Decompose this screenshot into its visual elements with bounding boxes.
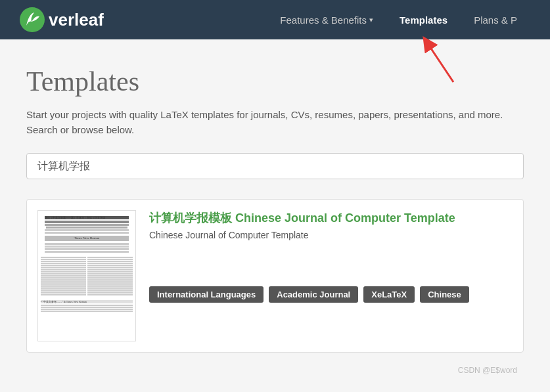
logo-text: verleaf <box>49 10 104 30</box>
nav-links: Features & Benefits ▾ Templates Plans & … <box>267 0 530 39</box>
template-subtitle: Chinese Journal of Computer Template <box>149 230 513 240</box>
tag-chinese[interactable]: Chinese <box>420 286 469 303</box>
page-title: Templates <box>26 66 524 97</box>
template-card: 题目（中英文标题一一题）字体为：宋体（正文字体 Times New Roman <box>26 199 524 353</box>
logo[interactable]: verleaf <box>20 7 104 32</box>
search-input[interactable] <box>26 153 524 179</box>
nav-plans[interactable]: Plans & P <box>461 0 530 39</box>
template-tags: International Languages Academic Journal… <box>149 286 513 303</box>
page-description: Start your projects with quality LaTeX t… <box>26 108 524 137</box>
template-thumbnail[interactable]: 题目（中英文标题一一题）字体为：宋体（正文字体 Times New Roman <box>37 210 136 341</box>
title-chinese: 计算机学报模板 <box>149 211 232 225</box>
tag-academic-journal[interactable]: Academic Journal <box>269 286 358 303</box>
dropdown-arrow-icon: ▾ <box>369 16 373 24</box>
nav-features[interactable]: Features & Benefits ▾ <box>267 0 386 39</box>
main-content: Templates Start your projects with quali… <box>0 39 550 392</box>
tag-xelatex[interactable]: XeLaTeX <box>363 286 415 303</box>
navigation: verleaf Features & Benefits ▾ Templates … <box>0 0 550 39</box>
tag-international-languages[interactable]: International Languages <box>149 286 264 303</box>
template-title[interactable]: 计算机学报模板 Chinese Journal of Computer Temp… <box>149 210 513 226</box>
watermark: CSDN @E$word <box>26 366 524 375</box>
template-info: 计算机学报模板 Chinese Journal of Computer Temp… <box>149 210 513 341</box>
overleaf-logo-icon <box>20 7 45 32</box>
nav-templates[interactable]: Templates <box>386 0 461 39</box>
title-english: Chinese Journal of Computer Template <box>235 211 455 225</box>
svg-point-0 <box>20 7 45 32</box>
